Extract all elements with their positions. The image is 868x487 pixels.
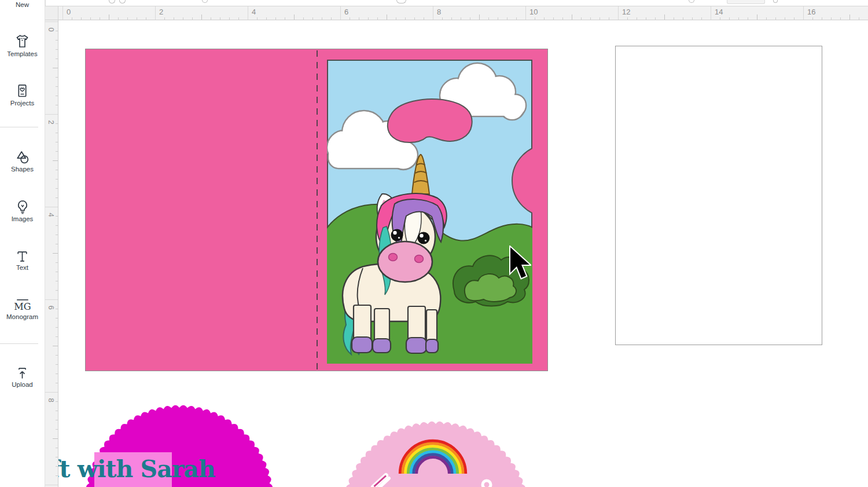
sidebar-item-new[interactable]: New	[0, 1, 45, 8]
sidebar-item-text[interactable]: Text	[0, 248, 45, 271]
muzzle	[378, 241, 432, 282]
horizontal-ruler: 0246810121416	[45, 6, 868, 20]
sidebar-item-templates[interactable]: Templates	[0, 33, 45, 57]
sidebar-divider	[0, 127, 38, 127]
unicorn-scene[interactable]	[327, 60, 532, 364]
upload-icon	[14, 365, 30, 381]
white-rectangle-shape[interactable]	[615, 46, 822, 345]
sidebar-item-upload[interactable]: Upload	[0, 365, 45, 388]
shirt-icon	[14, 33, 30, 50]
sidebar-item-projects[interactable]: Projects	[0, 83, 45, 107]
shapes-icon	[14, 149, 31, 166]
toolbar-fragment	[109, 0, 115, 3]
sidebar-item-monogram[interactable]: MG Monogram	[0, 297, 45, 320]
sidebar-item-shapes[interactable]: Shapes	[0, 149, 45, 173]
nostril-right	[415, 255, 424, 263]
lightbulb-icon	[14, 199, 31, 215]
toolbar-fragment	[202, 0, 208, 3]
pink-cloud-shape[interactable]	[388, 99, 472, 142]
pink-scalloped-circle[interactable]	[337, 416, 534, 487]
toolbar-fragment	[689, 0, 694, 3]
toolbar-fragment	[773, 0, 778, 3]
toolbar-fragment	[727, 0, 765, 4]
design-canvas-app: Craft with Sarah 0246810121416 02468 New…	[0, 0, 868, 487]
text-icon	[14, 248, 30, 264]
mouse-cursor	[507, 246, 531, 280]
sidebar-item-images[interactable]: Images	[0, 199, 45, 222]
fold-dashed-line	[317, 50, 318, 369]
vertical-ruler: 02468	[45, 19, 58, 487]
top-divider-line	[45, 0, 46, 6]
sidebar-divider	[0, 343, 38, 344]
ruler-corner	[45, 6, 58, 20]
nostril-left	[389, 254, 398, 261]
svg-text:MG: MG	[14, 301, 31, 312]
toolbar-fragment	[119, 0, 126, 3]
project-card-icon	[14, 83, 30, 100]
sidebar: New Templates Projects	[0, 0, 45, 487]
monogram-icon: MG	[14, 297, 31, 313]
toolbar-fragment	[396, 0, 406, 3]
